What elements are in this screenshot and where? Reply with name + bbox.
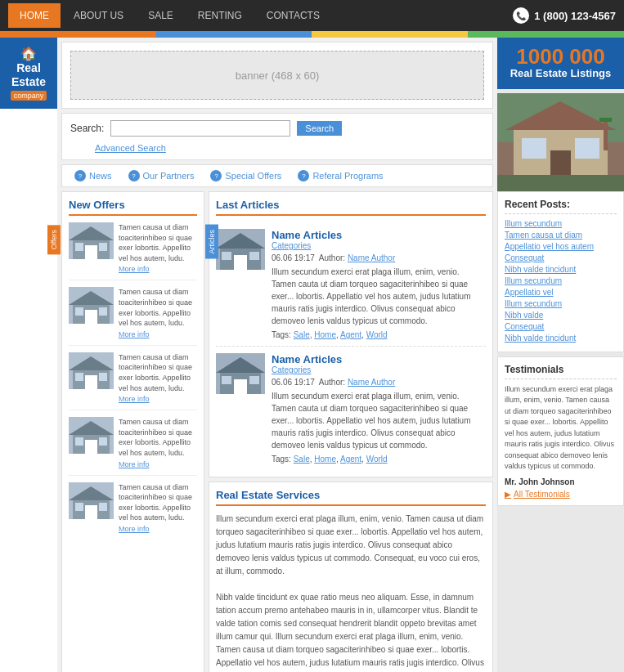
content-area: banner (468 x 60) Search: Search Advance… — [57, 38, 497, 672]
offer-more-info-0[interactable]: More info — [119, 265, 197, 273]
nav-sale[interactable]: SALE — [137, 3, 185, 28]
offer-more-info-3[interactable]: More info — [119, 460, 197, 468]
offer-text: Tamen causa ut diam toaciterinhibeo si q… — [119, 417, 197, 458]
article-content-0: Name Articles Categories 06.06 19:17 Aut… — [272, 229, 486, 339]
article-tags-0: Tags: Sale, Home, Agent, World — [272, 330, 486, 339]
article-author-0[interactable]: Name Author — [348, 253, 395, 262]
search-input[interactable] — [110, 120, 290, 137]
testimonials-panel: Testimonials Illum secundum exerci erat … — [497, 356, 624, 506]
logo-area: 🏠 Real Estate company — [0, 38, 57, 109]
article-author-1[interactable]: Name Author — [348, 378, 395, 387]
recent-link-2[interactable]: Appellatio vel hos autem — [505, 242, 617, 251]
logo-sub: company — [11, 91, 47, 101]
tag-home-0[interactable]: Home — [314, 330, 336, 339]
all-testimonials-link[interactable]: ▶ All Testimonials — [505, 490, 617, 499]
articles-tab[interactable]: Articles — [205, 225, 218, 259]
all-test-icon: ▶ — [505, 490, 511, 499]
nav-renting[interactable]: RENTING — [186, 3, 254, 28]
offer-more-info-1[interactable]: More info — [119, 330, 197, 338]
search-bar: Search: Search Advanced Search — [61, 113, 493, 160]
tag-world-0[interactable]: World — [366, 330, 388, 339]
svg-rect-27 — [85, 505, 97, 519]
offer-text: Tamen causa ut diam toaciterinhibeo si q… — [119, 287, 197, 328]
svg-rect-50 — [604, 118, 608, 150]
nav-contacts[interactable]: CONTACTS — [255, 3, 331, 28]
article-category-0[interactable]: Categories — [272, 241, 486, 250]
svg-rect-11 — [99, 307, 107, 316]
referal-icon: ? — [298, 170, 309, 181]
article-title-0: Name Articles — [272, 229, 486, 241]
tag-agent-1[interactable]: Agent — [340, 455, 361, 464]
article-meta-0: 06.06 19:17 Author: Name Author — [272, 253, 486, 262]
top-nav: HOME ABOUT US SALE RENTING CONTACTS 📞 1 … — [0, 0, 624, 31]
offer-item: Tamen causa ut diam toaciterinhibeo si q… — [69, 417, 197, 475]
testimonials-body: Illum secundum exerci erat plaga illum, … — [505, 384, 617, 473]
testimonials-author: Mr. John Johnson — [505, 477, 617, 486]
svg-rect-47 — [522, 138, 546, 159]
quicklink-partners[interactable]: ? Our Partners — [128, 170, 195, 181]
svg-rect-40 — [222, 376, 231, 384]
left-sidebar: 🏠 Real Estate company — [0, 38, 57, 672]
offer-thumb — [69, 417, 114, 454]
last-articles-title: Last Articles — [216, 199, 486, 216]
nav-links: HOME ABOUT US SALE RENTING CONTACTS — [8, 3, 331, 28]
svg-rect-51 — [599, 118, 612, 122]
article-thumb-1 — [216, 353, 265, 394]
svg-rect-49 — [497, 175, 624, 191]
quicklink-news[interactable]: ? News — [74, 170, 112, 181]
svg-rect-17 — [99, 373, 107, 381]
nav-about[interactable]: ABOUT US — [62, 3, 135, 28]
svg-rect-28 — [75, 503, 83, 511]
offer-more-info-2[interactable]: More info — [119, 395, 197, 403]
tag-sale-0[interactable]: Sale — [294, 330, 310, 339]
rs-listing-title: Real Estate Listings — [505, 67, 616, 81]
offer-more-info-4[interactable]: More info — [119, 525, 197, 533]
svg-rect-39 — [234, 379, 247, 394]
article-category-1[interactable]: Categories — [272, 365, 486, 374]
svg-rect-33 — [234, 255, 247, 270]
article-item-0: Name Articles Categories 06.06 19:17 Aut… — [216, 222, 486, 347]
recent-posts-panel: Recent Posts: Illum secundum Tamen causa… — [497, 191, 624, 352]
recent-link-8[interactable]: Nibh valde — [505, 311, 617, 320]
offer-text: Tamen causa ut diam toaciterinhibeo si q… — [119, 352, 197, 393]
svg-rect-35 — [249, 252, 259, 260]
main-wrapper: 🏠 Real Estate company banner (468 x 60) … — [0, 38, 624, 672]
offers-tab[interactable]: Offers — [47, 225, 61, 254]
color-strip — [0, 31, 624, 38]
svg-rect-10 — [75, 307, 83, 316]
recent-link-1[interactable]: Tamen causa ut diam — [505, 231, 617, 240]
tag-world-1[interactable]: World — [366, 455, 388, 464]
nav-home[interactable]: HOME — [8, 3, 61, 28]
testimonials-title: Testimonials — [505, 364, 617, 379]
services-title: Real Estate Services — [216, 489, 486, 506]
right-sidebar: 1000 000 Real Estate Listings Recent Pos… — [497, 38, 624, 672]
recent-link-9[interactable]: Consequat — [505, 322, 617, 331]
recent-link-0[interactable]: Illum secundum — [505, 219, 617, 228]
search-button[interactable]: Search — [297, 121, 342, 136]
logo-text: Real Estate — [7, 61, 51, 89]
recent-link-5[interactable]: Illum secundum — [505, 276, 617, 285]
offer-thumb — [69, 352, 114, 389]
recent-link-3[interactable]: Consequat — [505, 253, 617, 262]
offer-thumb — [69, 482, 114, 519]
recent-link-4[interactable]: Nibh valde tincidunt — [505, 265, 617, 274]
offer-item: Tamen causa ut diam toaciterinhibeo si q… — [69, 287, 197, 345]
search-label: Search: — [70, 123, 104, 134]
quicklink-special[interactable]: ? Special Offers — [210, 170, 281, 181]
svg-rect-48 — [575, 138, 599, 159]
svg-rect-34 — [222, 252, 231, 260]
recent-link-10[interactable]: Nibh valde tincidunt — [505, 334, 617, 343]
recent-posts-title: Recent Posts: — [505, 199, 617, 214]
svg-rect-15 — [85, 375, 97, 389]
articles-services: Last Articles — [209, 191, 493, 672]
advanced-search-link[interactable]: Advanced Search — [95, 143, 166, 153]
recent-link-7[interactable]: Illum secundum — [505, 299, 617, 308]
news-icon: ? — [74, 170, 86, 181]
services-body: Illum secundum exerci erat plaga illum, … — [216, 513, 486, 672]
recent-link-6[interactable]: Appellatio vel — [505, 288, 617, 297]
tag-agent-0[interactable]: Agent — [340, 330, 361, 339]
tag-home-1[interactable]: Home — [314, 455, 336, 464]
article-title-1: Name Articles — [272, 353, 486, 365]
quicklink-referal[interactable]: ? Referal Programs — [298, 170, 383, 181]
tag-sale-1[interactable]: Sale — [294, 455, 310, 464]
